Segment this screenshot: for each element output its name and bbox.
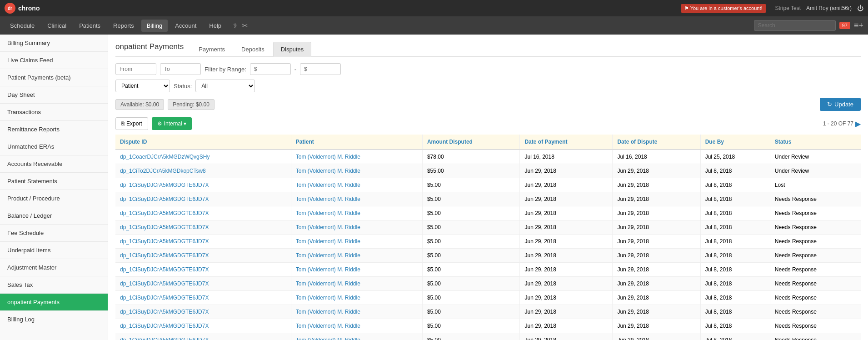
table-row: dp_1CiSuyDJCrA5kMGDGTE6JD7X Tom (Voldemo… xyxy=(115,305,861,319)
sidebar-item-sales-tax[interactable]: Sales Tax xyxy=(0,276,108,294)
sidebar-item-billing-log[interactable]: Billing Log xyxy=(0,311,108,328)
date-dispute-cell: Jun 29, 2018 xyxy=(613,333,700,340)
search-input[interactable] xyxy=(754,20,836,31)
amount-cell: $5.00 xyxy=(422,192,520,206)
sidebar-item-onpatient-payments[interactable]: onpatient Payments xyxy=(0,294,108,311)
nav-bar: Schedule Clinical Patients Reports Billi… xyxy=(0,16,868,35)
nav-patients[interactable]: Patients xyxy=(74,20,106,32)
patient-cell[interactable]: Tom (Voldemort) M. Riddle xyxy=(291,249,422,263)
dispute-id-cell[interactable]: dp_1CiSuyDJCrA5kMGDGTE6JD7X xyxy=(115,192,291,206)
scissors-icon[interactable]: ✂ xyxy=(242,21,248,30)
dispute-id-cell[interactable]: dp_1CiSuyDJCrA5kMGDGTE6JD7X xyxy=(115,206,291,220)
dispute-id-cell[interactable]: dp_1CiSuyDJCrA5kMGDGTE6JD7X xyxy=(115,333,291,340)
patient-cell[interactable]: Tom (Voldemort) M. Riddle xyxy=(291,305,422,319)
tab-disputes[interactable]: Disputes xyxy=(273,42,312,57)
table-row: dp_1CiTo2DJCrA5kMGDkopCTsw8 Tom (Voldemo… xyxy=(115,164,861,178)
patient-cell[interactable]: Tom (Voldemort) M. Riddle xyxy=(291,319,422,333)
nav-account[interactable]: Account xyxy=(170,20,202,32)
nav-reports[interactable]: Reports xyxy=(108,20,140,32)
sidebar-item-billing-summary[interactable]: Billing Summary xyxy=(0,35,108,52)
nav-clinical[interactable]: Clinical xyxy=(42,20,72,32)
nav-billing[interactable]: Billing xyxy=(141,20,168,32)
next-page-arrow[interactable]: ▶ xyxy=(855,120,861,128)
logo-text: chrono xyxy=(18,5,40,12)
amount-cell: $5.00 xyxy=(422,333,520,340)
due-by-cell: Jul 8, 2018 xyxy=(700,277,770,291)
due-by-cell: Jul 8, 2018 xyxy=(700,249,770,263)
internal-button[interactable]: ⚙ Internal ▾ xyxy=(152,117,192,130)
sidebar-item-product-procedure[interactable]: Product / Procedure xyxy=(0,190,108,207)
dispute-id-cell[interactable]: dp_1CoaerDJCrA5kMGDzWQvgSHy xyxy=(115,150,291,164)
user-name-label: Amit Roy (amit56r) xyxy=(806,5,852,11)
power-icon[interactable]: ⏻ xyxy=(857,5,863,12)
sidebar-item-accounts-receivable[interactable]: Accounts Receivable xyxy=(0,155,108,173)
table-row: dp_1CiSuyDJCrA5kMGDGTE6JD7X Tom (Voldemo… xyxy=(115,291,861,305)
table-row: dp_1CoaerDJCrA5kMGDzWQvgSHy Tom (Voldemo… xyxy=(115,150,861,164)
table-row: dp_1CiSuyDJCrA5kMGDGTE6JD7X Tom (Voldemo… xyxy=(115,333,861,340)
patient-cell[interactable]: Tom (Voldemort) M. Riddle xyxy=(291,235,422,249)
gear-icon: ⚙ xyxy=(157,120,162,127)
amount-from-input[interactable] xyxy=(250,63,291,75)
dispute-id-cell[interactable]: dp_1CiSuyDJCrA5kMGDGTE6JD7X xyxy=(115,220,291,235)
top-right: Stripe Test Amit Roy (amit56r) ⏻ xyxy=(775,5,864,12)
sidebar-item-underpaid-items[interactable]: Underpaid Items xyxy=(0,242,108,259)
patient-cell[interactable]: Tom (Voldemort) M. Riddle xyxy=(291,164,422,178)
sidebar-item-fee-schedule[interactable]: Fee Schedule xyxy=(0,225,108,242)
dispute-id-cell[interactable]: dp_1CiSuyDJCrA5kMGDGTE6JD7X xyxy=(115,305,291,319)
sidebar-item-adjustment-master[interactable]: Adjustment Master xyxy=(0,259,108,276)
mail-badge[interactable]: 97 xyxy=(839,22,850,29)
tab-deposits[interactable]: Deposits xyxy=(234,42,272,56)
to-date-input[interactable] xyxy=(160,63,201,75)
dispute-id-cell[interactable]: dp_1CiSuyDJCrA5kMGDGTE6JD7X xyxy=(115,178,291,192)
amount-cell: $5.00 xyxy=(422,319,520,333)
date-dispute-cell: Jun 29, 2018 xyxy=(613,277,700,291)
amount-cell: $5.00 xyxy=(422,305,520,319)
sidebar-item-patient-payments[interactable]: Patient Payments (beta) xyxy=(0,69,108,86)
amount-to-input[interactable] xyxy=(300,63,341,75)
sidebar-item-unmatched-eras[interactable]: Unmatched ERAs xyxy=(0,138,108,155)
patient-select[interactable]: Patient xyxy=(115,80,170,92)
date-dispute-cell: Jun 29, 2018 xyxy=(613,319,700,333)
sidebar-item-patient-statements[interactable]: Patient Statements xyxy=(0,173,108,190)
dash-separator: - xyxy=(294,66,296,73)
date-payment-cell: Jun 29, 2018 xyxy=(520,305,613,319)
sidebar-item-remittance-reports[interactable]: Remittance Reports xyxy=(0,121,108,138)
patient-cell[interactable]: Tom (Voldemort) M. Riddle xyxy=(291,150,422,164)
patient-cell[interactable]: Tom (Voldemort) M. Riddle xyxy=(291,291,422,305)
sidebar-item-live-claims-feed[interactable]: Live Claims Feed xyxy=(0,52,108,69)
update-button[interactable]: ↻ Update xyxy=(820,98,861,111)
patient-cell[interactable]: Tom (Voldemort) M. Riddle xyxy=(291,277,422,291)
logo-icon: dr xyxy=(5,3,15,14)
stethoscope-icon[interactable]: ⚕ xyxy=(233,21,237,30)
patient-cell[interactable]: Tom (Voldemort) M. Riddle xyxy=(291,192,422,206)
sidebar-item-transactions[interactable]: Transactions xyxy=(0,104,108,121)
nav-schedule[interactable]: Schedule xyxy=(5,20,40,32)
dispute-id-cell[interactable]: dp_1CiSuyDJCrA5kMGDGTE6JD7X xyxy=(115,291,291,305)
nav-help[interactable]: Help xyxy=(204,20,227,32)
dispute-id-cell[interactable]: dp_1CiSuyDJCrA5kMGDGTE6JD7X xyxy=(115,277,291,291)
tab-payments[interactable]: Payments xyxy=(191,42,233,56)
dispute-id-cell[interactable]: dp_1CiSuyDJCrA5kMGDGTE6JD7X xyxy=(115,263,291,277)
status-select[interactable]: All Under Review Needs Response Lost xyxy=(195,80,255,92)
patient-cell[interactable]: Tom (Voldemort) M. Riddle xyxy=(291,206,422,220)
status-cell: Needs Response xyxy=(770,249,861,263)
patient-cell[interactable]: Tom (Voldemort) M. Riddle xyxy=(291,178,422,192)
table-row: dp_1CiSuyDJCrA5kMGDGTE6JD7X Tom (Voldemo… xyxy=(115,220,861,235)
from-date-input[interactable] xyxy=(115,63,156,75)
col-date-payment: Date of Payment xyxy=(520,135,613,150)
export-button[interactable]: ⎘ Export xyxy=(115,117,148,130)
plus-icon[interactable]: ≡+ xyxy=(854,21,863,30)
status-cell: Needs Response xyxy=(770,220,861,235)
patient-cell[interactable]: Tom (Voldemort) M. Riddle xyxy=(291,333,422,340)
dispute-id-cell[interactable]: dp_1CiSuyDJCrA5kMGDGTE6JD7X xyxy=(115,235,291,249)
patient-cell[interactable]: Tom (Voldemort) M. Riddle xyxy=(291,220,422,235)
patient-cell[interactable]: Tom (Voldemort) M. Riddle xyxy=(291,263,422,277)
sidebar-item-day-sheet[interactable]: Day Sheet xyxy=(0,86,108,104)
status-cell: Under Review xyxy=(770,150,861,164)
dispute-id-cell[interactable]: dp_1CiSuyDJCrA5kMGDGTE6JD7X xyxy=(115,319,291,333)
dispute-id-cell[interactable]: dp_1CiTo2DJCrA5kMGDkopCTsw8 xyxy=(115,164,291,178)
sidebar-item-balance-ledger[interactable]: Balance / Ledger xyxy=(0,207,108,225)
table-row: dp_1CiSuyDJCrA5kMGDGTE6JD7X Tom (Voldemo… xyxy=(115,206,861,220)
due-by-cell: Jul 8, 2018 xyxy=(700,305,770,319)
dispute-id-cell[interactable]: dp_1CiSuyDJCrA5kMGDGTE6JD7X xyxy=(115,249,291,263)
